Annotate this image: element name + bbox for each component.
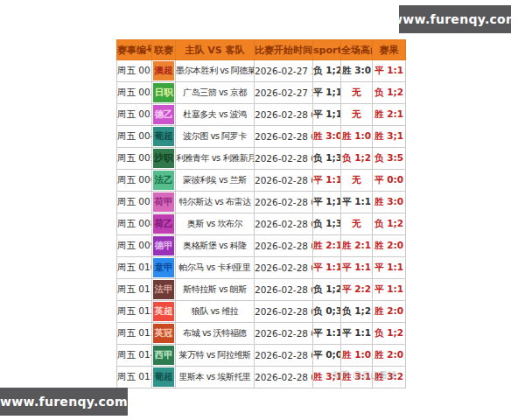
league-cell: 葡超 [152,367,176,388]
teams-cell: 波尔图 vs 阿罗卡 [176,126,255,148]
result-cell: 胜 2:0 [373,235,406,257]
start-time-cell: 2026-02-28 03:00 [255,170,313,192]
start-time-cell: 2026-02-28 03:30 [255,235,313,257]
match-id-cell: 周五 008 [117,214,152,235]
table-row: 周五 002日职广岛三箭 vs 京都2026-02-27 18:00平 1;1无… [117,82,406,104]
start-time-cell: 2026-02-28 04:00 [255,323,313,345]
sport-prediction-cell: 负 1;2 [313,60,341,82]
sport-prediction-cell: 平 1;1 [313,192,341,214]
league-badge: 日职 [153,83,174,102]
league-badge: 澳超 [153,61,174,80]
gaoshan-prediction-cell: 无 [341,214,373,235]
column-header-1: 联赛 [152,40,176,60]
sport-prediction-cell: 负 1;2 [313,279,341,301]
league-cell: 英冠 [152,323,176,345]
gaoshan-prediction-cell: 负 1;2 [341,148,373,170]
teams-cell: 斯特拉斯 vs 朗斯 [176,279,255,301]
result-cell: 负 1;2 [373,82,406,104]
match-id-cell: 周五 013 [117,323,152,345]
result-cell: 胜 2:0 [373,345,406,367]
league-badge: 法甲 [153,280,174,299]
site-banner-top: www.furenqy.com [399,5,511,33]
start-time-cell: 2026-02-28 03:00 [255,148,313,170]
start-time-cell: 2026-02-28 04:45 [255,367,313,388]
table-row: 周五 014西甲莱万特 vs 阿拉维斯2026-02-28 04:00平 0;0… [117,345,406,367]
league-badge: 荷甲 [153,192,174,212]
site-url-top: www.furenqy.com [391,12,519,26]
league-badge: 沙职 [153,149,174,168]
sport-prediction-cell: 负 1;3 [313,214,341,235]
match-id-cell: 周五 007 [117,192,152,214]
table-row: 周五 010意甲帕尔马 vs 卡利亚里2026-02-28 03:45平 1:1… [117,257,406,279]
site-url-bottom: www.furenqy.com [0,395,128,409]
sport-prediction-cell: 平 1;1 [313,82,341,104]
result-cell: 胜 2:0 [373,301,406,323]
gaoshan-prediction-cell: 胜 3:1 [341,367,373,388]
column-header-3: 比赛开始时间 [255,40,313,60]
gaoshan-prediction-cell: 胜 1:0 [341,345,373,367]
table-row: 周五 015葡超里斯本 vs 埃斯托里2026-02-28 04:45胜 3;1… [117,367,406,388]
match-id-cell: 周五 003 [117,104,152,126]
teams-cell: 广岛三箭 vs 京都 [176,82,255,104]
match-id-cell: 周五 002 [117,82,152,104]
sport-prediction-cell: 胜 2:1 [313,235,341,257]
start-time-cell: 2026-02-28 04:00 [255,301,313,323]
sport-prediction-cell: 平 1:1 [313,170,341,192]
league-cell: 德甲 [152,235,176,257]
gaoshan-prediction-cell: 平 1:1 [341,257,373,279]
gaoshan-prediction-cell: 平 1:1 [341,323,373,345]
table-row: 周五 007荷甲特尔斯达 vs 布雷达2026-02-28 03:00平 1;1… [117,192,406,214]
column-header-2: 主队 VS 客队 [176,40,255,60]
match-schedule-table: 赛事编号联赛主队 VS 客队比赛开始时间sport全场高山赛果 周五 001澳超… [116,39,406,388]
match-id-cell: 周五 009 [117,235,152,257]
league-cell: 荷甲 [152,192,176,214]
league-cell: 德乙 [152,104,176,126]
teams-cell: 墨尔本胜利 vs 阿德莱德联 [176,60,255,82]
table-row: 周五 008荷乙奥斯 vs 坎布尔2026-02-28 03:00负 1;3无负… [117,214,406,235]
gaoshan-prediction-cell: 无 [341,104,373,126]
teams-cell: 特尔斯达 vs 布雷达 [176,192,255,214]
result-cell: 胜 2:1 [373,104,406,126]
league-badge: 法乙 [153,171,174,190]
column-header-0: 赛事编号 [117,40,152,60]
gaoshan-prediction-cell: 胜 3:0 [341,60,373,82]
league-cell: 荷乙 [152,214,176,235]
column-header-4: sport [313,40,341,60]
column-header-6: 赛果 [373,40,406,60]
start-time-cell: 2026-02-28 03:00 [255,214,313,235]
league-cell: 西甲 [152,345,176,367]
teams-cell: 杜塞多夫 vs 波鸿 [176,104,255,126]
league-cell: 澳超 [152,60,176,82]
table-row: 周五 006法乙蒙彼利埃 vs 兰斯2026-02-28 03:00平 1:1无… [117,170,406,192]
teams-cell: 蒙彼利埃 vs 兰斯 [176,170,255,192]
match-id-cell: 周五 015 [117,367,152,388]
gaoshan-prediction-cell: 胜 2:1 [341,235,373,257]
table-row: 周五 003德乙杜塞多夫 vs 波鸿2026-02-28 01:30平 1;1无… [117,104,406,126]
result-cell: 负 3:5 [373,148,406,170]
table-row: 周五 001澳超墨尔本胜利 vs 阿德莱德联2026-02-27 16:35负 … [117,60,406,82]
sport-prediction-cell: 平 1;1 [313,104,341,126]
match-id-cell: 周五 011 [117,279,152,301]
table-body: 周五 001澳超墨尔本胜利 vs 阿德莱德联2026-02-27 16:35负 … [117,60,406,388]
league-badge: 德乙 [153,105,174,124]
teams-cell: 莱万特 vs 阿拉维斯 [176,345,255,367]
league-badge: 葡超 [153,368,174,387]
start-time-cell: 2026-02-28 03:45 [255,279,313,301]
teams-cell: 奥格斯堡 vs 科隆 [176,235,255,257]
teams-cell: 里斯本 vs 埃斯托里 [176,367,255,388]
result-cell: 负 1;2 [373,323,406,345]
league-badge: 英超 [153,302,174,321]
column-header-5: 全场高山 [341,40,373,60]
league-cell: 沙职 [152,148,176,170]
result-cell: 平 0:0 [373,170,406,192]
result-cell: 平 1:1 [373,279,406,301]
sport-prediction-cell: 平 1:1 [313,323,341,345]
gaoshan-prediction-cell: 负 1;2 [341,301,373,323]
header-row: 赛事编号联赛主队 VS 客队比赛开始时间sport全场高山赛果 [117,40,406,60]
start-time-cell: 2026-02-28 03:00 [255,192,313,214]
sport-prediction-cell: 负 0;3 [313,301,341,323]
match-id-cell: 周五 006 [117,170,152,192]
league-cell: 英超 [152,301,176,323]
result-cell: 胜 3;1 [373,126,406,148]
sport-prediction-cell: 胜 3:0 [313,126,341,148]
